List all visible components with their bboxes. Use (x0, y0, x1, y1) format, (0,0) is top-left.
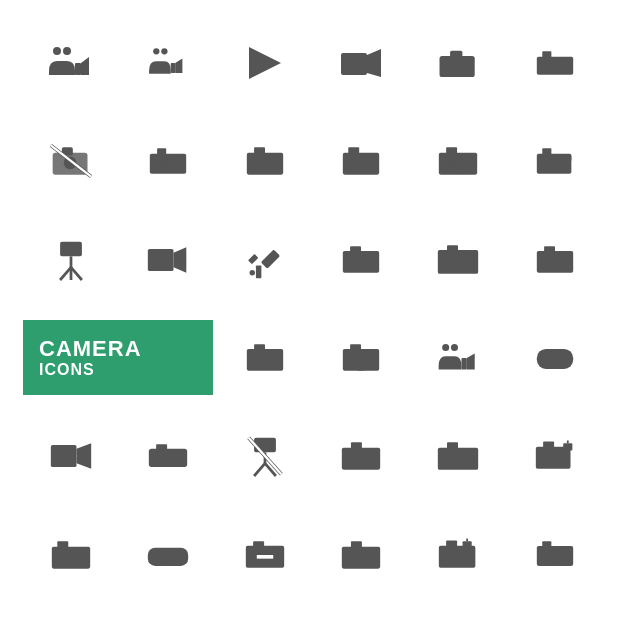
svg-rect-46 (564, 156, 571, 161)
svg-marker-3 (81, 57, 89, 75)
cell-5-4 (313, 411, 410, 501)
svg-point-18 (552, 63, 557, 68)
svg-point-5 (161, 48, 167, 54)
svg-rect-89 (51, 445, 77, 467)
label-title: CAMERA (39, 337, 197, 361)
svg-point-1 (63, 47, 71, 55)
svg-rect-62 (350, 246, 361, 252)
cell-6-4 (313, 510, 410, 600)
svg-rect-114 (563, 444, 572, 451)
svg-marker-8 (249, 47, 281, 79)
svg-rect-130 (351, 541, 362, 548)
svg-point-55 (157, 256, 163, 262)
svg-point-45 (551, 161, 557, 167)
svg-rect-43 (542, 149, 551, 156)
svg-point-81 (358, 357, 364, 363)
label-subtitle: ICONS (39, 361, 197, 379)
cell-2-2 (120, 116, 217, 206)
svg-point-94 (165, 455, 170, 460)
cell-6-2 (120, 510, 217, 600)
svg-point-142 (551, 552, 557, 558)
svg-point-41 (453, 160, 462, 169)
svg-rect-123 (173, 551, 182, 558)
svg-rect-117 (58, 541, 69, 548)
svg-rect-60 (248, 254, 258, 264)
svg-rect-134 (446, 540, 457, 547)
cell-1-4 (313, 18, 410, 108)
cell-5-2 (120, 411, 217, 501)
cell-5-6 (506, 411, 603, 501)
svg-rect-75 (254, 344, 265, 350)
svg-rect-92 (156, 444, 167, 450)
icon-grid: CAMERA ICONS (23, 18, 603, 608)
cell-4-4 (313, 313, 410, 403)
cell-2-3 (216, 116, 313, 206)
cell-4-3 (216, 313, 313, 403)
cell-3-6 (506, 215, 603, 305)
cell-3-5 (410, 215, 507, 305)
svg-rect-30 (254, 148, 265, 155)
svg-point-109 (456, 455, 463, 462)
svg-point-48 (67, 244, 76, 253)
svg-line-52 (71, 267, 82, 280)
svg-point-82 (442, 344, 449, 351)
cell-2-4 (313, 116, 410, 206)
svg-point-136 (454, 553, 460, 559)
svg-point-132 (357, 553, 365, 561)
svg-rect-125 (253, 541, 264, 547)
svg-rect-9 (341, 53, 367, 75)
svg-rect-143 (562, 547, 569, 552)
svg-line-98 (254, 464, 265, 477)
svg-point-28 (164, 160, 171, 167)
svg-rect-107 (447, 443, 458, 450)
svg-marker-85 (467, 354, 475, 370)
svg-point-4 (153, 48, 159, 54)
svg-point-73 (551, 258, 558, 265)
svg-rect-35 (349, 148, 360, 155)
cell-3-2 (120, 215, 217, 305)
svg-point-122 (162, 554, 168, 560)
cell-2-5 (410, 116, 507, 206)
cell-5-3 (216, 411, 313, 501)
cell-6-5 (410, 510, 507, 600)
svg-rect-12 (450, 51, 462, 60)
svg-point-113 (550, 455, 556, 461)
svg-rect-140 (542, 541, 551, 547)
svg-point-68 (458, 258, 465, 265)
svg-rect-103 (351, 443, 362, 450)
svg-rect-128 (256, 555, 272, 559)
svg-rect-57 (260, 249, 279, 268)
svg-rect-111 (543, 442, 554, 449)
label-cell: CAMERA ICONS (23, 313, 216, 403)
cell-3-1 (23, 215, 120, 305)
svg-point-64 (357, 257, 365, 265)
cell-1-6 (506, 18, 603, 108)
svg-marker-90 (77, 443, 92, 469)
svg-rect-66 (447, 245, 458, 251)
cell-5-1 (23, 411, 120, 501)
svg-point-0 (53, 47, 61, 55)
svg-point-83 (451, 344, 458, 351)
svg-point-88 (551, 356, 557, 362)
cell-6-1 (23, 510, 120, 600)
cell-2-6 (506, 116, 603, 206)
svg-rect-137 (463, 541, 472, 547)
cell-1-5 (410, 18, 507, 108)
svg-marker-56 (173, 247, 186, 273)
svg-rect-16 (542, 51, 551, 58)
camera-icons-label: CAMERA ICONS (23, 320, 213, 395)
cell-1-1 (23, 18, 120, 108)
svg-rect-69 (440, 253, 447, 260)
svg-point-77 (261, 356, 269, 364)
svg-rect-58 (256, 265, 261, 278)
svg-rect-71 (544, 246, 555, 252)
svg-point-59 (249, 270, 254, 275)
svg-point-105 (357, 454, 366, 463)
cell-3-4 (313, 215, 410, 305)
svg-marker-7 (175, 59, 182, 73)
svg-point-119 (67, 553, 76, 562)
svg-rect-2 (75, 63, 81, 75)
cell-6-6 (506, 510, 603, 600)
svg-point-14 (453, 62, 462, 71)
svg-rect-26 (157, 149, 166, 156)
